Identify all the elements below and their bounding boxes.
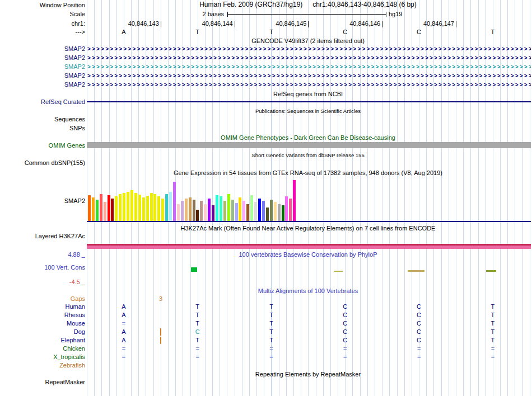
alignment-base: T [265, 328, 278, 336]
gene-label[interactable]: SMAP2 [0, 54, 85, 62]
species-label[interactable]: Dog [0, 328, 85, 336]
gtex-tissue-bar[interactable] [274, 202, 277, 221]
gtex-tissue-bar[interactable] [258, 199, 261, 221]
gtex-tissue-bar[interactable] [88, 195, 91, 221]
gtex-tissue-bar[interactable] [92, 197, 95, 221]
transcript-arrows[interactable]: >>>>>>>>>>>>>>>>>>>>>>>>>>>>>>>>>>>>>>>>… [87, 72, 531, 79]
gtex-tissue-bar[interactable] [293, 180, 296, 221]
species-label[interactable]: Rhesus [0, 312, 85, 319]
gtex-tissue-bar[interactable] [177, 204, 180, 221]
gtex-tissue-bar[interactable] [223, 201, 226, 221]
gtex-tissue-bar[interactable] [157, 196, 160, 221]
assembly-name: Human Feb. 2009 (GRCh37/hg19) [199, 1, 302, 8]
gene-label[interactable]: SMAP2 [0, 63, 85, 70]
alignment-base: C [338, 312, 352, 319]
common-dbsnp-label[interactable]: Common dbSNP(155) [0, 159, 85, 167]
gtex-tissue-bar[interactable] [119, 194, 122, 221]
omim-genes-label[interactable]: OMIM Genes [0, 142, 85, 149]
alignment-base: = [117, 320, 130, 327]
gtex-tissue-bar[interactable] [161, 199, 164, 221]
gtex-tissue-bar[interactable] [111, 199, 114, 221]
species-label[interactable]: Chicken [0, 345, 85, 352]
gtex-tissue-bar[interactable] [289, 199, 292, 221]
gtex-tissue-bar[interactable] [278, 204, 281, 221]
insertion-marker [160, 337, 161, 344]
gtex-gene-label[interactable]: SMAP2 [0, 197, 85, 205]
gtex-tissue-bar[interactable] [146, 196, 149, 221]
h3k27ac-signal[interactable] [87, 244, 531, 249]
alignment-base: A [117, 337, 130, 344]
gtex-tissue-bar[interactable] [246, 204, 249, 221]
gtex-tissue-bar[interactable] [282, 205, 284, 221]
gtex-tissue-bar[interactable] [138, 195, 141, 221]
gtex-tissue-bar[interactable] [130, 190, 133, 221]
gtex-tissue-bar[interactable] [185, 199, 188, 221]
repeatmasker-label[interactable]: RepeatMasker [0, 379, 85, 386]
species-label[interactable]: Human [0, 303, 85, 310]
gtex-tissue-bar[interactable] [181, 201, 184, 221]
refseq-curated-label[interactable]: RefSeq Curated [0, 98, 85, 106]
gtex-tissue-bar[interactable] [165, 194, 168, 221]
gtex-tissue-bar[interactable] [285, 196, 288, 221]
h3k27ac-label[interactable]: Layered H3K27Ac [0, 233, 85, 240]
gtex-tissue-bar[interactable] [169, 192, 172, 221]
reference-base: A [117, 29, 130, 36]
gtex-tissue-bar[interactable] [208, 199, 211, 221]
coordinate-ruler[interactable]: 40,846,14340,846,14440,846,14540,846,146… [0, 20, 532, 27]
gtex-tissue-bar[interactable] [127, 192, 129, 221]
conservation-label[interactable]: 100 Vert. Cons [0, 264, 85, 271]
gtex-tissue-bar[interactable] [270, 200, 273, 221]
refseq-curated-item[interactable] [87, 101, 531, 102]
sequences-label[interactable]: Sequences [0, 116, 85, 123]
gtex-tissue-bar[interactable] [220, 196, 222, 221]
alignment-base: C [338, 320, 352, 327]
alignment-base: = [265, 345, 278, 352]
gtex-tissue-bar[interactable] [193, 200, 195, 221]
gtex-tissue-bar[interactable] [104, 202, 106, 221]
gtex-tissue-bar[interactable] [123, 193, 125, 221]
gtex-tissue-bar[interactable] [262, 201, 265, 221]
gtex-tissue-bar[interactable] [235, 203, 238, 221]
gtex-tissue-bar[interactable] [173, 182, 176, 221]
gtex-tissue-bar[interactable] [134, 193, 137, 221]
gtex-tissue-bar[interactable] [231, 200, 234, 221]
species-label[interactable]: X_tropicalis [0, 353, 85, 361]
position-range: chr1:40,846,143-40,846,148 (6 bp) [312, 1, 416, 8]
species-label[interactable]: Zebrafish [0, 362, 85, 369]
gtex-tissue-bar[interactable] [200, 201, 203, 221]
gene-label[interactable]: SMAP2 [0, 72, 85, 79]
alignment-base: A [117, 312, 130, 319]
gtex-bar-chart[interactable] [87, 180, 531, 221]
gtex-tissue-bar[interactable] [115, 196, 118, 221]
transcript-arrows[interactable]: >>>>>>>>>>>>>>>>>>>>>>>>>>>>>>>>>>>>>>>>… [87, 54, 531, 62]
gtex-tissue-bar[interactable] [189, 197, 192, 221]
species-label[interactable]: Mouse [0, 320, 85, 327]
gtex-tissue-bar[interactable] [142, 197, 145, 221]
gtex-tissue-bar[interactable] [108, 195, 110, 221]
transcript-arrows[interactable]: >>>>>>>>>>>>>>>>>>>>>>>>>>>>>>>>>>>>>>>>… [87, 81, 531, 88]
gene-label[interactable]: SMAP2 [0, 81, 85, 88]
gtex-tissue-bar[interactable] [212, 205, 214, 221]
gtex-tissue-bar[interactable] [266, 208, 269, 221]
alignment-base: T [265, 337, 278, 344]
gtex-tissue-bar[interactable] [239, 197, 241, 221]
gtex-tissue-bar[interactable] [242, 201, 245, 221]
gtex-tissue-bar[interactable] [250, 195, 253, 221]
gtex-tissue-bar[interactable] [227, 194, 230, 221]
gtex-tissue-bar[interactable] [204, 204, 207, 221]
gtex-tissue-bar[interactable] [96, 200, 99, 221]
gtex-tissue-bar[interactable] [216, 195, 218, 221]
omim-genes-item[interactable] [87, 142, 531, 148]
species-label[interactable]: Elephant [0, 337, 85, 344]
alignment-base: T [191, 312, 204, 319]
gtex-tissue-bar[interactable] [196, 210, 199, 221]
repeatmasker-track-title: Repeating Elements by RepeatMasker [87, 371, 529, 378]
transcript-arrows[interactable]: >>>>>>>>>>>>>>>>>>>>>>>>>>>>>>>>>>>>>>>>… [87, 45, 531, 53]
gtex-tissue-bar[interactable] [254, 202, 257, 221]
gene-label[interactable]: SMAP2 [0, 45, 85, 53]
gtex-tissue-bar[interactable] [150, 193, 153, 221]
gtex-tissue-bar[interactable] [100, 194, 102, 221]
snps-label[interactable]: SNPs [0, 125, 85, 132]
transcript-arrows[interactable]: >>>>>>>>>>>>>>>>>>>>>>>>>>>>>>>>>>>>>>>>… [87, 63, 531, 70]
gtex-tissue-bar[interactable] [153, 194, 156, 221]
